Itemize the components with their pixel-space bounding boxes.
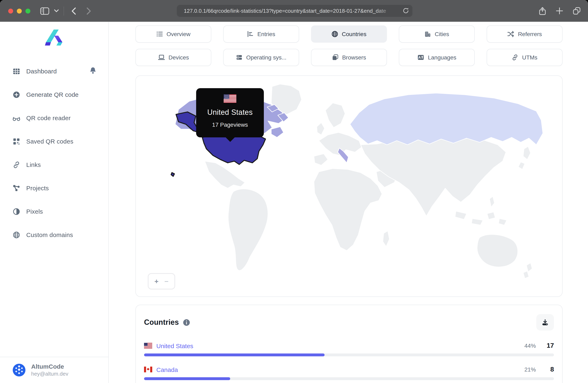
sidebar-item-generate-qr-code[interactable]: Generate QR code (0, 83, 108, 106)
bar-chart-icon (247, 31, 253, 37)
qr-code-icon (13, 138, 20, 145)
tabs-icon (573, 7, 581, 15)
tab-utms[interactable]: UTMs (487, 49, 563, 66)
reload-icon (402, 7, 409, 14)
tab-label: UTMs (522, 54, 538, 61)
tab-operating-systems[interactable]: Operating sys... (223, 49, 299, 66)
sidebar-item-dashboard[interactable]: Dashboard (0, 60, 108, 83)
sidebar-item-label: Dashboard (26, 68, 57, 75)
download-icon (542, 319, 549, 326)
share-icon (539, 7, 546, 15)
download-button[interactable] (536, 314, 554, 330)
country-link[interactable]: United States (156, 342, 193, 349)
countries-card: Countries United States (135, 305, 563, 383)
language-icon: A (417, 54, 424, 61)
globe-icon (332, 31, 338, 37)
sidebar-menu-chevron[interactable] (54, 9, 59, 12)
back-button[interactable] (71, 7, 76, 15)
new-tab-button[interactable] (556, 7, 563, 14)
close-window-button[interactable] (8, 8, 13, 13)
browser-windows-icon (332, 54, 338, 61)
address-bar[interactable]: 127.0.0.1/66qrcode/link-statistics/13?ty… (176, 4, 413, 17)
country-link[interactable]: Canada (156, 366, 178, 373)
tab-label: Devices (168, 54, 189, 61)
tab-overview[interactable]: Overview (135, 25, 211, 43)
toolbar-divider (63, 6, 64, 15)
tab-languages[interactable]: A Languages (399, 49, 475, 66)
sidebar-item-qr-code-reader[interactable]: QR code reader (0, 106, 108, 130)
tab-label: Browsers (342, 54, 366, 61)
forward-button[interactable] (86, 7, 91, 15)
glasses-icon (12, 114, 21, 121)
share-button[interactable] (539, 7, 546, 15)
tooltip-pageviews: 17 Pageviews (196, 121, 264, 128)
canada-flag-icon (144, 367, 152, 372)
sidebar-item-saved-qr-codes[interactable]: Saved QR codes (0, 130, 108, 153)
tab-entries[interactable]: Entries (223, 25, 299, 43)
project-nodes-icon (13, 184, 20, 192)
main-content: Overview Entries Countries Cities Referr… (109, 22, 588, 383)
tab-label: Languages (428, 54, 457, 61)
table-row-united-states: United States 44% 17 (144, 342, 554, 356)
map-tooltip: United States 17 Pageviews (196, 88, 264, 137)
traffic-lights (8, 8, 30, 13)
sidebar-item-links[interactable]: Links (0, 153, 108, 176)
progress-bar-fill (144, 377, 230, 380)
url-text: 127.0.0.1/66qrcode/link-statistics/13?ty… (184, 8, 394, 14)
sidebar-item-custom-domains[interactable]: Custom domains (0, 223, 108, 246)
stat-tabs: Overview Entries Countries Cities Referr… (135, 25, 563, 66)
tab-cities[interactable]: Cities (399, 25, 475, 43)
tab-overview-button[interactable] (573, 7, 581, 15)
plus-circle-icon (13, 91, 20, 98)
sidebar-item-label: Saved QR codes (26, 138, 73, 145)
sidebar-item-pixels[interactable]: Pixels (0, 200, 108, 223)
tab-countries[interactable]: Countries (311, 25, 387, 43)
notifications-button[interactable] (89, 67, 96, 76)
sidebar-item-projects[interactable]: Projects (0, 176, 108, 200)
sidebar: Dashboard Generate QR code QR code reade… (0, 22, 109, 383)
user-account[interactable]: AltumCode hey@altum.dev (0, 357, 108, 383)
tab-referrers[interactable]: Referrers (487, 25, 563, 43)
shuffle-icon (507, 31, 514, 37)
sidebar-toggle-icon (40, 7, 49, 15)
country-count: 17 (544, 342, 554, 349)
city-buildings-icon (424, 31, 431, 37)
tab-label: Referrers (518, 31, 542, 37)
chevron-down-icon (54, 9, 59, 12)
sidebar-item-label: Pixels (26, 208, 43, 215)
country-count: 8 (544, 366, 554, 373)
tab-label: Entries (257, 31, 275, 37)
zoom-out-button[interactable]: − (164, 278, 168, 285)
link-icon (512, 54, 518, 61)
laptop-icon (158, 54, 165, 61)
countries-title: Countries (144, 318, 179, 327)
zoom-in-button[interactable]: + (154, 278, 159, 285)
info-icon[interactable] (183, 319, 190, 326)
minimize-window-button[interactable] (17, 8, 22, 13)
progress-bar (144, 377, 554, 380)
tab-label: Countries (342, 31, 366, 37)
reload-button[interactable] (402, 7, 409, 14)
sidebar-item-label: Generate QR code (26, 91, 79, 98)
browser-window: 127.0.0.1/66qrcode/link-statistics/13?ty… (0, 0, 588, 383)
list-icon (156, 31, 163, 37)
tab-browsers[interactable]: Browsers (311, 49, 387, 66)
plus-icon (556, 7, 563, 14)
sidebar-item-label: Links (26, 161, 41, 168)
sidebar-item-label: Projects (26, 184, 49, 192)
tab-label: Operating sys... (246, 54, 286, 61)
world-map-card: United States 17 Pageviews + − (135, 76, 563, 297)
sidebar-toggle-button[interactable] (40, 7, 49, 15)
altumcode-logo (44, 28, 64, 47)
url-fade (376, 5, 399, 17)
user-name: AltumCode (31, 363, 68, 371)
country-percent: 21% (525, 366, 536, 373)
country-percent: 44% (525, 343, 536, 349)
app-content: Dashboard Generate QR code QR code reade… (0, 22, 588, 383)
us-flag-icon (196, 94, 264, 104)
tab-devices[interactable]: Devices (135, 49, 211, 66)
back-arrow-icon (71, 7, 76, 15)
link-icon (13, 161, 20, 168)
zoom-window-button[interactable] (25, 8, 30, 13)
us-flag-icon (144, 343, 152, 349)
